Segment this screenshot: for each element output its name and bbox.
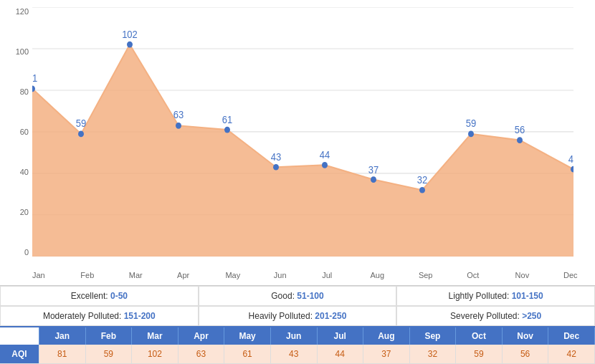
y-label-60: 60 <box>20 128 29 136</box>
x-label-sep: Sep <box>419 271 429 279</box>
legend-lightly: Lightly Polluted: 101-150 <box>396 286 595 306</box>
y-label-100: 100 <box>16 47 29 56</box>
x-label-nov: Nov <box>515 271 525 279</box>
x-label-oct: Oct <box>467 271 477 279</box>
svg-point-12 <box>224 127 230 133</box>
svg-point-10 <box>127 42 133 48</box>
legend-moderately: Moderately Polluted: 151-200 <box>0 306 199 326</box>
table-cell-sep: 32 <box>410 345 457 364</box>
x-label-aug: Aug <box>371 271 381 279</box>
table-header-mar: Mar <box>132 327 178 345</box>
legend-excellent: Excellent: 0-50 <box>0 286 199 306</box>
table-header-jan: Jan <box>39 327 86 345</box>
table-data-row-aqi: AQI 81 59 102 63 61 43 44 37 32 59 56 42 <box>0 345 595 364</box>
x-label-jan: Jan <box>32 271 42 279</box>
legend-heavily: Heavily Polluted: 201-250 <box>199 306 397 326</box>
legend-severely: Severely Polluted: >250 <box>396 306 595 326</box>
table-cell-dec: 42 <box>548 345 595 364</box>
x-label-jul: Jul <box>322 271 332 279</box>
x-label-may: May <box>225 271 235 279</box>
legend-good: Good: 51-100 <box>199 286 397 306</box>
y-axis: 120 100 80 60 40 20 0 <box>0 7 32 257</box>
x-label-feb: Feb <box>80 271 90 279</box>
y-label-80: 80 <box>20 87 29 96</box>
area-chart: 81 59 102 63 61 43 44 37 32 59 56 42 <box>32 7 573 257</box>
svg-point-13 <box>273 164 279 171</box>
svg-text:32: 32 <box>417 174 427 186</box>
svg-point-14 <box>322 162 328 168</box>
table-header-dec: Dec <box>548 327 595 345</box>
svg-point-16 <box>419 187 425 193</box>
svg-text:43: 43 <box>271 152 281 163</box>
x-axis: Jan Feb Mar Apr May Jun Jul Aug Sep Oct … <box>32 271 573 279</box>
table-cell-apr: 63 <box>178 345 225 364</box>
svg-text:102: 102 <box>122 29 138 41</box>
table-header-sep: Sep <box>410 327 457 345</box>
svg-text:44: 44 <box>320 149 330 161</box>
y-label-0: 0 <box>24 248 29 257</box>
table-row-label: AQI <box>0 345 39 364</box>
y-label-120: 120 <box>16 7 29 16</box>
table-cell-nov: 56 <box>503 345 549 364</box>
svg-point-15 <box>371 176 376 183</box>
svg-point-18 <box>517 137 523 143</box>
chart-area: 120 100 80 60 40 20 0 <box>0 0 595 285</box>
table-header-apr: Apr <box>178 327 225 345</box>
table-header-aug: Aug <box>363 327 410 345</box>
table-header-oct: Oct <box>456 327 503 345</box>
svg-text:37: 37 <box>368 164 379 176</box>
svg-text:63: 63 <box>173 110 184 121</box>
table-cell-aug: 37 <box>363 345 410 364</box>
svg-text:81: 81 <box>32 73 37 85</box>
table-cell-jun: 43 <box>271 345 318 364</box>
table-header-may: May <box>224 327 271 345</box>
table-cell-jul: 44 <box>318 345 364 364</box>
data-table: Jan Feb Mar Apr May Jun Jul Aug Sep Oct … <box>0 326 595 364</box>
svg-text:61: 61 <box>222 115 232 126</box>
table-cell-mar: 102 <box>132 345 178 364</box>
main-container: 120 100 80 60 40 20 0 <box>0 0 595 364</box>
svg-text:59: 59 <box>466 118 476 130</box>
svg-text:42: 42 <box>568 154 573 166</box>
svg-point-11 <box>176 123 181 129</box>
y-label-40: 40 <box>20 168 29 176</box>
svg-marker-7 <box>32 44 573 257</box>
table-cell-oct: 59 <box>456 345 503 364</box>
svg-text:59: 59 <box>76 118 86 130</box>
legend-area: Excellent: 0-50 Good: 51-100 Lightly Pol… <box>0 285 595 326</box>
table-cell-jan: 81 <box>39 345 86 364</box>
table-header-feb: Feb <box>86 327 133 345</box>
x-label-dec: Dec <box>563 271 573 279</box>
svg-point-17 <box>468 131 474 138</box>
x-label-mar: Mar <box>129 271 139 279</box>
x-label-jun: Jun <box>274 271 284 279</box>
table-cell-may: 61 <box>224 345 271 364</box>
table-header-jun: Jun <box>271 327 318 345</box>
table-header-row: Jan Feb Mar Apr May Jun Jul Aug Sep Oct … <box>0 327 595 345</box>
table-cell-feb: 59 <box>86 345 133 364</box>
table-corner <box>0 327 39 345</box>
table-header-nov: Nov <box>503 327 549 345</box>
x-label-apr: Apr <box>177 271 187 279</box>
svg-text:56: 56 <box>515 125 525 136</box>
svg-point-9 <box>78 131 84 138</box>
y-label-20: 20 <box>20 208 29 216</box>
table-header-jul: Jul <box>318 327 364 345</box>
